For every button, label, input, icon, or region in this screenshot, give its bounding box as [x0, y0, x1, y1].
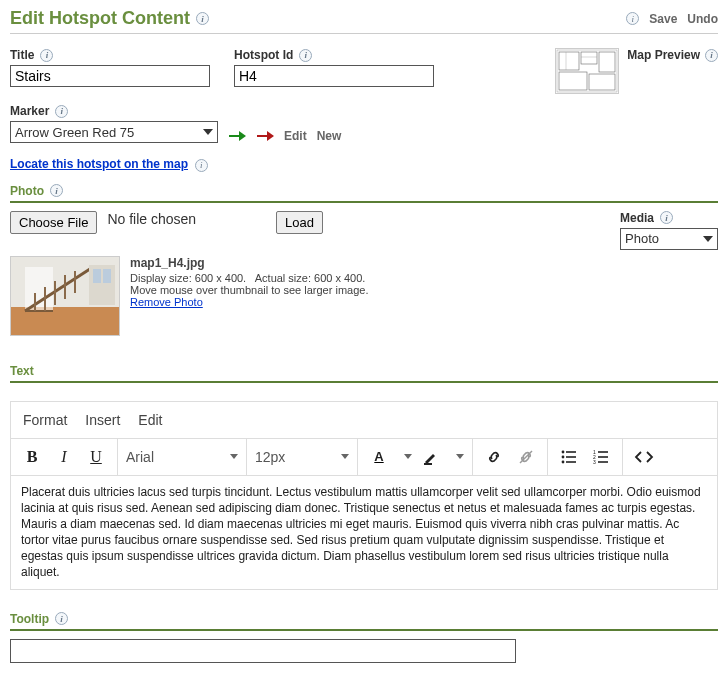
map-preview-thumb[interactable] — [555, 48, 619, 94]
info-icon[interactable]: i — [660, 211, 673, 224]
svg-rect-22 — [89, 265, 115, 305]
text-color-button[interactable]: A — [366, 444, 392, 470]
chevron-down-icon — [230, 454, 238, 459]
text-section-title: Text — [10, 364, 34, 378]
editor-toolbar: B I U Arial 12px A — [11, 438, 717, 476]
italic-button[interactable]: I — [51, 444, 77, 470]
title-label-text: Title — [10, 48, 34, 62]
photo-filename: map1_H4.jpg — [130, 256, 368, 270]
page-title-text: Edit Hotspot Content — [10, 8, 190, 29]
info-icon[interactable]: i — [196, 12, 209, 25]
font-size-value: 12px — [255, 449, 285, 465]
photo-display-size: Display size: 600 x 400. — [130, 272, 246, 284]
media-label-text: Media — [620, 211, 654, 225]
marker-select[interactable]: Arrow Green Red 75 — [10, 121, 218, 143]
tooltip-input[interactable] — [10, 639, 516, 663]
hotspot-id-label: Hotspot Id i — [234, 48, 434, 62]
marker-label: Marker i — [10, 104, 218, 118]
chevron-down-icon — [703, 236, 713, 242]
info-icon[interactable]: i — [705, 49, 718, 62]
arrow-red-icon — [256, 129, 274, 143]
chevron-down-icon[interactable] — [404, 454, 412, 459]
svg-rect-14 — [25, 267, 53, 311]
header-actions: i Save Undo — [626, 12, 718, 26]
info-icon[interactable]: i — [626, 12, 639, 25]
svg-rect-23 — [93, 269, 101, 283]
menu-edit[interactable]: Edit — [138, 412, 162, 428]
hotspot-id-input[interactable] — [234, 65, 434, 87]
photo-file-info: map1_H4.jpg Display size: 600 x 400. Act… — [130, 256, 368, 308]
svg-marker-11 — [267, 131, 274, 141]
load-button[interactable]: Load — [276, 211, 323, 234]
marker-edit-link[interactable]: Edit — [284, 129, 307, 143]
font-family-value: Arial — [126, 449, 154, 465]
underline-button[interactable]: U — [83, 444, 109, 470]
info-icon[interactable]: i — [50, 184, 63, 197]
undo-button[interactable]: Undo — [687, 12, 718, 26]
photo-section-header: Photo i — [10, 184, 718, 203]
title-input[interactable] — [10, 65, 210, 87]
photo-section-title: Photo — [10, 184, 44, 198]
save-button[interactable]: Save — [649, 12, 677, 26]
marker-select-value: Arrow Green Red 75 — [15, 125, 134, 140]
text-section-header: Text — [10, 364, 718, 383]
map-preview-label-text: Map Preview — [627, 48, 700, 62]
svg-marker-9 — [239, 131, 246, 141]
unlink-button[interactable] — [513, 444, 539, 470]
map-preview-label: Map Preview i — [627, 48, 718, 62]
svg-rect-24 — [103, 269, 111, 283]
link-button[interactable] — [481, 444, 507, 470]
media-label: Media i — [620, 211, 718, 225]
info-icon[interactable]: i — [299, 49, 312, 62]
font-family-select[interactable]: Arial — [118, 449, 246, 465]
number-list-button[interactable]: 123 — [588, 444, 614, 470]
chevron-down-icon — [203, 129, 213, 135]
chevron-down-icon — [341, 454, 349, 459]
photo-thumbnail[interactable] — [10, 256, 120, 336]
menu-insert[interactable]: Insert — [85, 412, 120, 428]
svg-text:3: 3 — [593, 459, 596, 465]
title-label: Title i — [10, 48, 210, 62]
photo-hover-hint: Move mouse over thumbnail to see larger … — [130, 284, 368, 296]
svg-point-28 — [562, 455, 565, 458]
choose-file-button[interactable]: Choose File — [10, 211, 97, 234]
tooltip-section-title: Tooltip — [10, 612, 49, 626]
info-icon[interactable]: i — [55, 612, 68, 625]
tooltip-section-header: Tooltip i — [10, 612, 718, 631]
rich-text-editor: Format Insert Edit B I U Arial 12px A — [10, 401, 718, 590]
marker-new-link[interactable]: New — [317, 129, 342, 143]
info-icon[interactable]: i — [195, 159, 208, 172]
bold-button[interactable]: B — [19, 444, 45, 470]
svg-point-29 — [562, 460, 565, 463]
photo-actual-size: Actual size: 600 x 400. — [255, 272, 366, 284]
media-select-value: Photo — [625, 231, 659, 246]
menu-format[interactable]: Format — [23, 412, 67, 428]
arrow-green-icon — [228, 129, 246, 143]
svg-point-27 — [562, 450, 565, 453]
chevron-down-icon[interactable] — [456, 454, 464, 459]
page-title: Edit Hotspot Content i — [10, 8, 209, 29]
info-icon[interactable]: i — [55, 105, 68, 118]
bullet-list-button[interactable] — [556, 444, 582, 470]
code-view-button[interactable] — [631, 444, 657, 470]
editor-menubar: Format Insert Edit — [11, 402, 717, 438]
info-icon[interactable]: i — [40, 49, 53, 62]
media-select[interactable]: Photo — [620, 228, 718, 250]
svg-rect-25 — [424, 463, 432, 465]
no-file-label: No file chosen — [107, 211, 196, 227]
hotspot-id-label-text: Hotspot Id — [234, 48, 293, 62]
highlight-button[interactable] — [418, 444, 444, 470]
locate-hotspot-link[interactable]: Locate this hotspot on the map — [10, 157, 188, 171]
remove-photo-link[interactable]: Remove Photo — [130, 296, 203, 308]
font-size-select[interactable]: 12px — [247, 449, 357, 465]
editor-content[interactable]: Placerat duis ultricies lacus sed turpis… — [11, 476, 717, 589]
marker-label-text: Marker — [10, 104, 49, 118]
